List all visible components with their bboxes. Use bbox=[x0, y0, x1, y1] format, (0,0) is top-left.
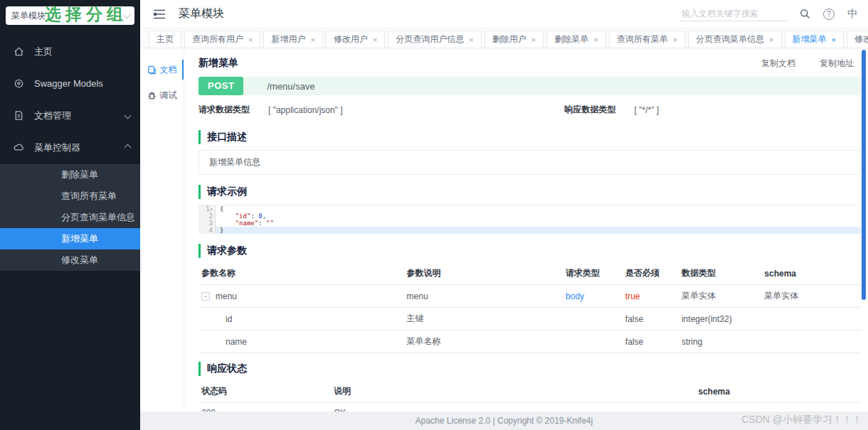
tab-label: 修改用户 bbox=[334, 33, 368, 45]
tab-bar: 主页 查询所有用户× 新增用户× 修改用户× 分页查询用户信息× 删除用户× 删… bbox=[140, 28, 868, 48]
submenu-item-modify-menu[interactable]: 修改菜单 bbox=[0, 249, 140, 271]
collapse-sidebar-icon[interactable] bbox=[153, 9, 166, 20]
status-desc: OK bbox=[331, 403, 695, 412]
tab-label: 删除用户 bbox=[492, 33, 526, 45]
sidebar-item-menu-controller[interactable]: 菜单控制器 bbox=[0, 136, 140, 158]
search-wrap bbox=[680, 6, 787, 21]
request-type-value: [ "application/json" ] bbox=[268, 105, 343, 115]
param-data-type: 菜单实体 bbox=[679, 285, 761, 308]
tab-modify-user[interactable]: 修改用户× bbox=[326, 31, 385, 48]
tab-delete-menu[interactable]: 删除菜单× bbox=[546, 31, 605, 48]
col-param-desc: 参数说明 bbox=[404, 262, 563, 285]
close-icon[interactable]: × bbox=[673, 36, 677, 44]
api-title-row: 新增菜单 复制文档 复制地址 bbox=[199, 57, 861, 70]
close-icon[interactable]: × bbox=[373, 36, 377, 44]
tab-debug[interactable]: 调试 bbox=[140, 82, 184, 108]
param-desc: 主键 bbox=[404, 308, 563, 330]
debug-tab-label: 调试 bbox=[160, 90, 177, 102]
tab-add-menu[interactable]: 新增菜单× bbox=[785, 31, 844, 48]
close-icon[interactable]: × bbox=[769, 36, 773, 44]
tab-label: 新增菜单 bbox=[793, 33, 827, 45]
param-name: menu bbox=[216, 291, 237, 301]
search-input[interactable] bbox=[680, 6, 787, 21]
sidebar-item-label: 菜单控制器 bbox=[34, 141, 80, 154]
status-code: 200 bbox=[199, 403, 331, 412]
sidebar-submenu: 删除菜单 查询所有菜单 分页查询菜单信息 新增菜单 修改菜单 bbox=[0, 164, 140, 271]
close-icon[interactable]: × bbox=[531, 36, 536, 44]
section-status-title: 响应状态 bbox=[199, 362, 861, 376]
submenu-item-add-menu[interactable]: 新增菜单 bbox=[0, 228, 140, 249]
submenu-item-page-query-menu[interactable]: 分页查询菜单信息 bbox=[0, 207, 140, 228]
param-schema[interactable]: 菜单实体 bbox=[761, 285, 861, 308]
tab-modify-menu[interactable]: 修改菜单× bbox=[847, 31, 868, 48]
endpoint-path: /menu/save bbox=[267, 81, 314, 92]
request-type-label: 请求数据类型 bbox=[199, 104, 250, 116]
chevron-up-icon bbox=[125, 144, 132, 151]
tab-query-all-menu[interactable]: 查询所有菜单× bbox=[609, 31, 685, 48]
col-status-code: 状态码 bbox=[199, 380, 331, 403]
topbar-actions: ? 中 bbox=[680, 6, 858, 21]
editor-gutter: 1▾ 2 3 4 bbox=[199, 205, 216, 234]
http-method-badge: POST bbox=[199, 77, 243, 95]
param-name: name bbox=[199, 330, 404, 353]
close-icon[interactable]: × bbox=[310, 36, 314, 44]
close-icon[interactable]: × bbox=[248, 36, 253, 44]
param-required: false bbox=[623, 308, 679, 330]
response-status-table: 状态码 说明 schema 200OK 201Created 401Unauth… bbox=[199, 380, 861, 412]
tab-home[interactable]: 主页 bbox=[149, 31, 181, 48]
submenu-label: 删除菜单 bbox=[61, 168, 98, 181]
app-root: 菜单模块 选择分组 主页 Swagger Models 文档 bbox=[0, 0, 868, 430]
submenu-item-delete-menu[interactable]: 删除菜单 bbox=[0, 164, 140, 186]
sidebar-item-doc-manage[interactable]: 文档管理 bbox=[0, 104, 140, 127]
footer: Apache License 2.0 | Copyright © 2019-Kn… bbox=[140, 412, 868, 430]
status-header-row: 状态码 说明 schema bbox=[199, 380, 861, 403]
copy-doc-button[interactable]: 复制文档 bbox=[761, 58, 795, 70]
tab-delete-user[interactable]: 删除用户× bbox=[485, 31, 544, 48]
language-icon[interactable]: 中 bbox=[847, 7, 858, 21]
tab-label: 查询所有用户 bbox=[192, 33, 243, 45]
fold-icon[interactable]: ▾ bbox=[210, 207, 213, 213]
group-select[interactable]: 菜单模块 选择分组 bbox=[6, 6, 134, 25]
scrollbar-thumb[interactable] bbox=[862, 50, 866, 300]
doc-tab-label: 文档 bbox=[160, 64, 177, 76]
section-params-title: 请求参数 bbox=[199, 244, 861, 258]
top-header: 菜单模块 ? 中 bbox=[140, 0, 868, 28]
close-icon[interactable]: × bbox=[593, 36, 598, 44]
param-name: id bbox=[199, 308, 404, 330]
close-icon[interactable]: × bbox=[469, 36, 473, 44]
tab-query-all-users[interactable]: 查询所有用户× bbox=[184, 31, 260, 48]
submenu-label: 查询所有菜单 bbox=[61, 190, 117, 203]
close-icon[interactable]: × bbox=[832, 36, 836, 44]
request-example-editor[interactable]: 1▾ 2 3 4 { "id": 0, "name": "" } bbox=[199, 205, 861, 234]
content-types-row: 请求数据类型 [ "application/json" ] 响应数据类型 [ "… bbox=[199, 95, 861, 123]
endpoint-bar: POST /menu/save bbox=[199, 77, 861, 95]
chevron-down-icon bbox=[123, 11, 131, 18]
tab-page-query-menu[interactable]: 分页查询菜单信息× bbox=[688, 31, 781, 48]
tab-label: 查询所有菜单 bbox=[617, 33, 668, 45]
tab-label: 分页查询用户信息 bbox=[396, 33, 464, 45]
request-params-table: 参数名称 参数说明 请求类型 是否必须 数据类型 schema -menu me… bbox=[199, 262, 861, 353]
tab-page-query-users[interactable]: 分页查询用户信息× bbox=[388, 31, 481, 48]
param-desc: 菜单名称 bbox=[404, 330, 563, 353]
section-desc-title: 接口描述 bbox=[199, 130, 861, 144]
submenu-item-query-all-menu[interactable]: 查询所有菜单 bbox=[0, 186, 140, 207]
code-line: { bbox=[216, 205, 861, 213]
response-type-value: [ "*/*" ] bbox=[635, 105, 660, 115]
param-req-type bbox=[563, 308, 623, 330]
copy-address-button[interactable]: 复制地址 bbox=[820, 58, 854, 70]
tab-doc[interactable]: 文档 bbox=[140, 57, 184, 82]
search-icon[interactable] bbox=[800, 9, 810, 19]
param-required: true bbox=[623, 285, 679, 308]
param-row-id: id 主键 false integer(int32) bbox=[199, 308, 861, 330]
sidebar-item-home[interactable]: 主页 bbox=[0, 41, 140, 63]
tab-label: 删除菜单 bbox=[554, 33, 588, 45]
content-body: 文档 调试 新增菜单 复制文档 复制地址 POST bbox=[140, 48, 868, 412]
help-icon[interactable]: ? bbox=[823, 9, 835, 20]
doc-debug-nav: 文档 调试 bbox=[140, 48, 184, 412]
doc-icon bbox=[147, 65, 157, 75]
collapse-row-icon[interactable]: - bbox=[201, 292, 210, 301]
tab-add-user[interactable]: 新增用户× bbox=[263, 31, 322, 48]
sidebar-item-label: 主页 bbox=[34, 45, 53, 58]
sidebar-item-swagger-models[interactable]: Swagger Models bbox=[0, 72, 140, 95]
tab-label: 分页查询菜单信息 bbox=[696, 33, 764, 45]
